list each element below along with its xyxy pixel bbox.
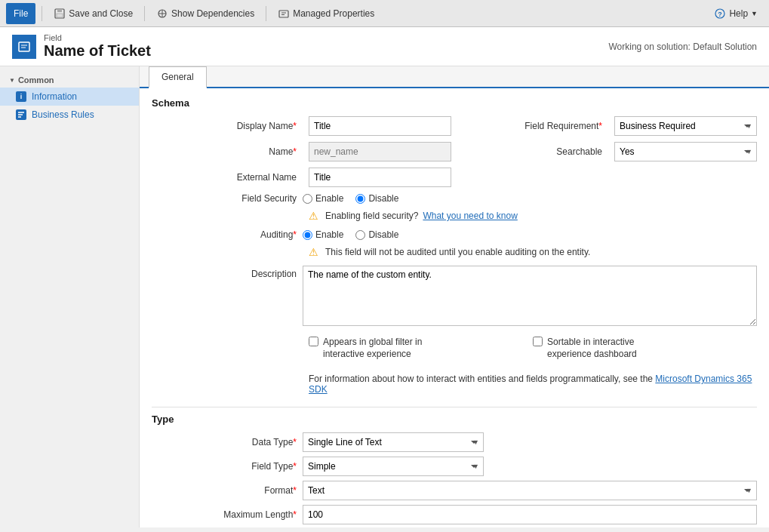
- field-security-label: Field Security: [152, 193, 303, 204]
- field-svg-icon: [17, 40, 31, 54]
- field-title-section: Field Name of Ticket: [12, 33, 151, 60]
- toolbar-separator-2: [144, 6, 145, 21]
- field-icon: [12, 35, 36, 59]
- display-name-row: Display Name* Field Requirement* Busines…: [152, 116, 757, 136]
- external-name-input[interactable]: [309, 168, 451, 187]
- format-row: Format* Text Email URL Phone: [152, 481, 757, 500]
- field-title-text: Field Name of Ticket: [44, 33, 151, 60]
- toolbar-right: ? Help ▼: [709, 5, 763, 23]
- svg-text:?: ?: [718, 11, 723, 18]
- show-dependencies-button[interactable]: Show Dependencies: [151, 5, 260, 23]
- sidebar-business-rules-label: Business Rules: [32, 109, 94, 120]
- sidebar-information-label: Information: [32, 91, 77, 102]
- content-area: General Schema Display Name* Field Requi…: [140, 66, 769, 527]
- appears-global-check-item: Appears in global filter in interactive …: [309, 337, 533, 360]
- main-layout: ▼ Common i Information Business Rules Ge…: [0, 66, 769, 527]
- type-section: Type Data Type* Single Line of Text Mult…: [152, 414, 757, 527]
- data-type-label: Data Type*: [152, 437, 303, 447]
- sidebar-item-information[interactable]: i Information: [0, 88, 139, 106]
- save-icon: [54, 8, 66, 20]
- format-select-wrapper: Text Email URL Phone: [303, 481, 757, 500]
- svg-text:i: i: [20, 93, 23, 100]
- page-title: Name of Ticket: [44, 42, 151, 60]
- external-name-label: External Name: [152, 172, 303, 183]
- svg-rect-2: [57, 14, 63, 17]
- managed-properties-label: Managed Properties: [293, 8, 374, 19]
- schema-section-title: Schema: [152, 97, 757, 109]
- searchable-select[interactable]: Yes No: [614, 142, 757, 161]
- auditing-enable-option[interactable]: Enable: [303, 229, 343, 240]
- toolbar-separator-3: [266, 6, 266, 21]
- svg-rect-6: [279, 11, 288, 17]
- field-security-warning: ⚠ Enabling field security? What you need…: [152, 207, 757, 225]
- checkbox-section: Appears in global filter in interactive …: [152, 334, 757, 366]
- format-select[interactable]: Text Email URL Phone: [303, 481, 757, 500]
- help-button[interactable]: ? Help ▼: [709, 5, 763, 23]
- sidebar-triangle-icon: ▼: [9, 77, 15, 84]
- sortable-checkbox[interactable]: [533, 337, 543, 346]
- field-security-enable-radio[interactable]: [303, 194, 312, 204]
- field-type-label: Field Type*: [152, 461, 303, 472]
- field-security-disable-option[interactable]: Disable: [355, 193, 398, 204]
- external-name-row: External Name: [152, 168, 757, 187]
- auditing-enable-radio[interactable]: [303, 230, 312, 240]
- auditing-row: Auditing* Enable Disable: [152, 229, 757, 240]
- save-close-label: Save and Close: [69, 8, 133, 19]
- sidebar-item-business-rules[interactable]: Business Rules: [0, 106, 139, 124]
- data-type-select-wrapper: Single Line of Text Multiple Lines of Te…: [303, 432, 484, 452]
- sortable-check-item: Sortable in interactive experience dashb…: [533, 337, 757, 360]
- description-row: Description The name of the custom entit…: [152, 266, 757, 326]
- information-icon: i: [15, 91, 27, 103]
- display-name-star: *: [293, 121, 297, 131]
- data-type-star: *: [293, 437, 297, 447]
- max-length-label: Maximum Length*: [152, 509, 303, 520]
- tab-general[interactable]: General: [149, 66, 207, 88]
- save-close-button[interactable]: Save and Close: [48, 5, 138, 23]
- type-section-title: Type: [152, 414, 757, 425]
- managed-properties-icon: [278, 8, 290, 20]
- managed-properties-button[interactable]: Managed Properties: [272, 5, 380, 23]
- info-text: For information about how to interact wi…: [309, 374, 653, 384]
- header-area: Field Name of Ticket Working on solution…: [0, 27, 769, 66]
- working-on-text: Working on solution: Default Solution: [608, 42, 757, 52]
- description-label: Description: [152, 266, 303, 279]
- field-security-disable-radio[interactable]: [355, 194, 365, 204]
- field-label: Field: [44, 33, 151, 42]
- warning-link[interactable]: What you need to know: [423, 211, 517, 221]
- auditing-radio-group: Enable Disable: [303, 229, 398, 240]
- auditing-star: *: [293, 229, 297, 240]
- name-input[interactable]: [309, 142, 451, 161]
- field-requirement-select[interactable]: Business Required Optional Recommended: [614, 116, 757, 136]
- field-requirement-label: Field Requirement*: [457, 121, 608, 131]
- toolbar: File Save and Close Show Dependencies Ma…: [0, 0, 769, 27]
- auditing-warning: ⚠ This field will not be audited until y…: [152, 243, 757, 261]
- name-star: *: [293, 146, 297, 157]
- appears-global-checkbox[interactable]: [309, 337, 318, 346]
- field-security-enable-label: Enable: [315, 193, 343, 204]
- field-security-disable-label: Disable: [368, 193, 398, 204]
- format-star: *: [293, 485, 297, 496]
- max-length-input[interactable]: [303, 505, 757, 524]
- display-name-input[interactable]: [309, 116, 451, 136]
- type-section-divider: [152, 407, 757, 407]
- data-type-row: Data Type* Single Line of Text Multiple …: [152, 432, 757, 452]
- field-type-select[interactable]: Simple Calculated Rollup: [303, 457, 484, 476]
- name-row: Name* Searchable Yes No: [152, 142, 757, 161]
- auditing-disable-radio[interactable]: [355, 230, 365, 240]
- dependencies-icon: [156, 8, 168, 20]
- help-chevron: ▼: [751, 10, 758, 17]
- auditing-warning-icon: ⚠: [309, 246, 321, 258]
- svg-rect-11: [19, 42, 29, 51]
- data-type-select[interactable]: Single Line of Text Multiple Lines of Te…: [303, 432, 484, 452]
- field-req-star: *: [598, 121, 602, 131]
- name-label: Name*: [152, 146, 303, 157]
- auditing-disable-option[interactable]: Disable: [355, 229, 398, 240]
- file-button[interactable]: File: [6, 3, 35, 24]
- auditing-enable-label: Enable: [315, 229, 343, 240]
- description-textarea[interactable]: The name of the custom entity.: [303, 266, 757, 326]
- searchable-label: Searchable: [457, 146, 608, 157]
- field-requirement-select-wrapper: Business Required Optional Recommended: [614, 116, 757, 136]
- field-security-enable-option[interactable]: Enable: [303, 193, 343, 204]
- sidebar-section-label: Common: [18, 75, 54, 85]
- max-length-row: Maximum Length*: [152, 505, 757, 524]
